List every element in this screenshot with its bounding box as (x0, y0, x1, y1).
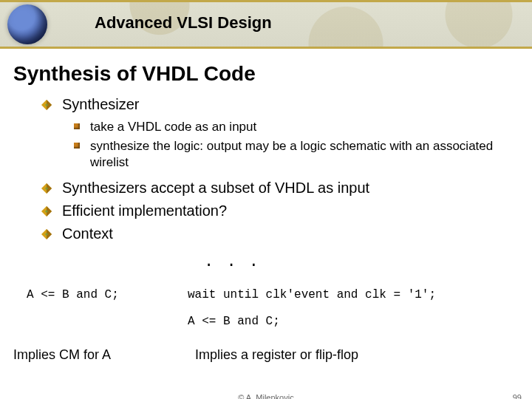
svg-point-2 (45, 211, 47, 213)
diamond-bullet-icon (41, 100, 52, 110)
code-right-wait: wait until clk'event and clk = '1'; (188, 288, 436, 301)
footer-author: © A. Milenkovic (238, 393, 293, 399)
square-bullet-icon (74, 123, 80, 129)
svg-point-0 (45, 103, 47, 106)
subbullet-input: take a VHDL code as an input (30, 119, 510, 135)
square-bullet-icon (74, 143, 80, 149)
bullet-context: Context (30, 225, 510, 242)
diamond-bullet-icon (41, 183, 52, 194)
bullet-subset: Synthesizers accept a subset of VHDL as … (30, 180, 510, 197)
bullet-synthesizer: Synthesizer (30, 96, 510, 113)
diamond-bullet-icon (41, 206, 52, 216)
bullet-text: Context (62, 225, 113, 242)
content-area: Synthesizer take a VHDL code as an input… (30, 96, 510, 248)
code-ellipsis: . . . (204, 253, 260, 271)
subbullet-text: synthesize the logic: output may be a lo… (90, 139, 493, 169)
subbullet-text: take a VHDL code as an input (90, 120, 256, 134)
diamond-bullet-icon (41, 229, 52, 239)
bullet-text: Efficient implementation? (62, 202, 227, 219)
header-rule-bottom (0, 47, 532, 49)
bullet-text: Synthesizers accept a subset of VHDL as … (62, 180, 369, 196)
svg-point-1 (45, 188, 47, 190)
slide-title: Synthesis of VHDL Code (13, 62, 256, 86)
course-title: Advanced VLSI Design (95, 13, 272, 33)
subbullet-synth-logic: synthesize the logic: output may be a lo… (30, 138, 510, 171)
implication-left: Implies CM for A (13, 347, 111, 363)
code-right-assignment: A <= B and C; (188, 315, 280, 328)
bullet-text: Synthesizer (62, 96, 140, 112)
header-band: Advanced VLSI Design (0, 0, 532, 49)
bullet-efficient: Efficient implementation? (30, 202, 510, 219)
code-left-assignment: A <= B and C; (27, 288, 119, 301)
header-rule-top (0, 0, 532, 2)
globe-icon (7, 4, 47, 44)
implication-right: Implies a register or flip-flop (195, 347, 358, 363)
footer-page-number: 99 (513, 393, 522, 399)
svg-point-3 (45, 233, 47, 236)
